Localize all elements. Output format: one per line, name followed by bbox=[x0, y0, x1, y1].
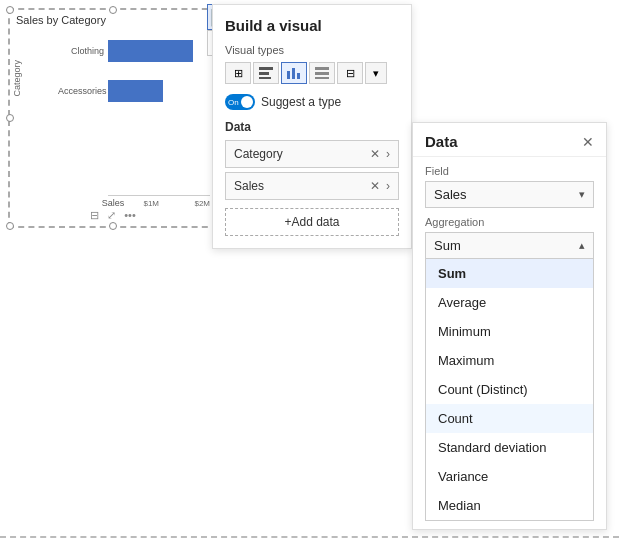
svg-rect-6 bbox=[315, 67, 329, 70]
data-section-label: Data bbox=[225, 120, 399, 134]
chart-container: Sales by Category Category Clothing Acce… bbox=[8, 8, 218, 228]
aggregation-select-arrow: ▴ bbox=[579, 239, 585, 252]
agg-option-sum[interactable]: Sum bbox=[426, 259, 593, 288]
agg-option-std-dev[interactable]: Standard deviation bbox=[426, 433, 593, 462]
more-icon[interactable]: ••• bbox=[124, 209, 136, 222]
field-select-value: Sales bbox=[434, 187, 467, 202]
add-data-button[interactable]: +Add data bbox=[225, 208, 399, 236]
bar-1 bbox=[108, 80, 163, 102]
field-select-arrow: ▾ bbox=[579, 188, 585, 201]
svg-rect-1 bbox=[259, 72, 269, 75]
x-tick-1: $1M bbox=[143, 199, 159, 208]
sales-remove-icon[interactable]: ✕ bbox=[370, 179, 380, 193]
handle-bm[interactable] bbox=[109, 222, 117, 230]
category-field-icons: ✕ › bbox=[370, 147, 390, 161]
category-field[interactable]: Category ✕ › bbox=[225, 140, 399, 168]
agg-option-average[interactable]: Average bbox=[426, 288, 593, 317]
sales-field[interactable]: Sales ✕ › bbox=[225, 172, 399, 200]
field-label: Field bbox=[425, 165, 594, 177]
agg-option-median[interactable]: Median bbox=[426, 491, 593, 520]
suggest-row: On Suggest a type bbox=[225, 94, 399, 110]
agg-option-count-distinct[interactable]: Count (Distinct) bbox=[426, 375, 593, 404]
data-panel-body: Field Sales ▾ Aggregation Sum ▴ Sum Aver… bbox=[413, 157, 606, 529]
agg-option-count[interactable]: Count bbox=[426, 404, 593, 433]
handle-bl[interactable] bbox=[6, 222, 14, 230]
category-remove-icon[interactable]: ✕ bbox=[370, 147, 380, 161]
svg-rect-8 bbox=[315, 77, 329, 79]
bars-area: Clothing Accessories $1M $2M bbox=[58, 40, 210, 188]
expand-icon[interactable]: ⤢ bbox=[107, 209, 116, 222]
x-tick-2: $2M bbox=[194, 199, 210, 208]
data-panel-header: Data ✕ bbox=[413, 123, 606, 157]
handle-tm[interactable] bbox=[109, 6, 117, 14]
aggregation-label: Aggregation bbox=[425, 216, 594, 228]
bar-label-1: Accessories bbox=[58, 86, 108, 96]
agg-option-variance[interactable]: Variance bbox=[426, 462, 593, 491]
aggregation-dropdown: Sum Average Minimum Maximum Count (Disti… bbox=[425, 259, 594, 521]
y-axis-label: Category bbox=[12, 60, 22, 97]
filter-icon[interactable]: ⊟ bbox=[90, 209, 99, 222]
svg-rect-5 bbox=[297, 73, 300, 79]
x-axis-line bbox=[108, 195, 210, 196]
aggregation-select-value: Sum bbox=[434, 238, 461, 253]
build-panel-title: Build a visual bbox=[225, 17, 399, 34]
bar-0 bbox=[108, 40, 193, 62]
agg-option-minimum[interactable]: Minimum bbox=[426, 317, 593, 346]
data-panel-title: Data bbox=[425, 133, 458, 150]
matrix-type-btn[interactable]: ⊟ bbox=[337, 62, 363, 84]
sales-field-name: Sales bbox=[234, 179, 264, 193]
agg-option-maximum[interactable]: Maximum bbox=[426, 346, 593, 375]
column-type-btn[interactable] bbox=[281, 62, 307, 84]
x-axis-title: Sales bbox=[102, 198, 125, 208]
data-panel-close-button[interactable]: ✕ bbox=[582, 135, 594, 149]
category-expand-icon[interactable]: › bbox=[386, 147, 390, 161]
handle-tl[interactable] bbox=[6, 6, 14, 14]
visual-types-label: Visual types bbox=[225, 44, 399, 56]
svg-rect-2 bbox=[259, 77, 271, 79]
bar-type-btn[interactable] bbox=[253, 62, 279, 84]
svg-rect-4 bbox=[292, 68, 295, 79]
build-visual-panel: Build a visual Visual types ⊞ ⊟ ▾ On Sug… bbox=[212, 4, 412, 249]
chart-action-icons: ⊟ ⤢ ••• bbox=[90, 209, 136, 222]
svg-rect-3 bbox=[287, 71, 290, 79]
sales-expand-icon[interactable]: › bbox=[386, 179, 390, 193]
suggest-text: Suggest a type bbox=[261, 95, 341, 109]
handle-ml[interactable] bbox=[6, 114, 14, 122]
bar-label-0: Clothing bbox=[58, 46, 108, 56]
bar-row-accessories: Accessories bbox=[58, 80, 210, 102]
svg-rect-0 bbox=[259, 67, 273, 70]
toggle-circle bbox=[241, 96, 253, 108]
stacked-type-btn[interactable] bbox=[309, 62, 335, 84]
sales-field-icons: ✕ › bbox=[370, 179, 390, 193]
table-type-btn[interactable]: ⊞ bbox=[225, 62, 251, 84]
svg-rect-7 bbox=[315, 72, 329, 75]
category-field-name: Category bbox=[234, 147, 283, 161]
aggregation-select-header[interactable]: Sum ▴ bbox=[425, 232, 594, 259]
field-select[interactable]: Sales ▾ bbox=[425, 181, 594, 208]
more-types-btn[interactable]: ▾ bbox=[365, 62, 387, 84]
visual-types-row: ⊞ ⊟ ▾ bbox=[225, 62, 399, 84]
suggest-toggle[interactable]: On bbox=[225, 94, 255, 110]
data-panel: Data ✕ Field Sales ▾ Aggregation Sum ▴ S… bbox=[412, 122, 607, 530]
bar-row-clothing: Clothing bbox=[58, 40, 210, 62]
toggle-on-label: On bbox=[228, 98, 239, 107]
